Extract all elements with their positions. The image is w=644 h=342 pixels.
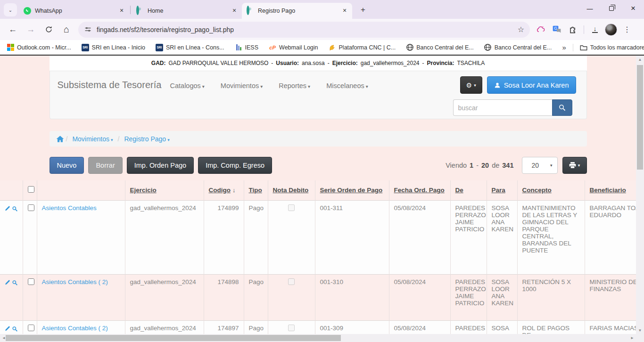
edit-pencil-icon[interactable]: [5, 325, 10, 332]
page-size-select[interactable]: 20 ▾: [522, 157, 558, 174]
bookmark-cnc[interactable]: Plataforma CNC | C...: [329, 44, 396, 51]
scroll-right-arrow[interactable]: ►: [628, 334, 636, 342]
view-magnifier-icon[interactable]: [12, 279, 18, 286]
sort-beneficiario[interactable]: Beneficiario: [590, 187, 626, 194]
row-actions-cell: [0, 320, 23, 334]
search-button[interactable]: [552, 99, 572, 116]
close-icon[interactable]: ×: [231, 7, 238, 15]
close-icon[interactable]: ×: [118, 7, 125, 15]
settings-dropdown-button[interactable]: ⚙▾: [460, 76, 482, 94]
breadcrumb-movimientos[interactable]: Movimientos▾: [72, 135, 113, 143]
menu-miscelaneos[interactable]: Miscelaneos▾: [326, 82, 368, 90]
profile-avatar[interactable]: [604, 23, 618, 37]
view-magnifier-icon[interactable]: [12, 205, 18, 212]
close-window-button[interactable]: ×: [622, 0, 644, 17]
extension-cloud-icon[interactable]: [534, 23, 548, 37]
all-bookmarks-button[interactable]: Todos los marcadores: [580, 44, 644, 51]
usuario-value: ana.sosa: [302, 60, 325, 66]
site-info-icon[interactable]: [84, 25, 92, 33]
site-header-bar: GAD: GAD PARROQUIAL VALLE HERMOSO - Usua…: [50, 56, 587, 71]
new-tab-button[interactable]: +: [357, 4, 369, 16]
tab-registro-pago[interactable]: Registro Pago ×: [242, 3, 352, 19]
back-button[interactable]: ←: [5, 22, 20, 37]
translate-icon[interactable]: G: [550, 23, 564, 37]
sort-de[interactable]: De: [455, 187, 463, 194]
tab-whatsapp[interactable]: WhatsApp ×: [19, 3, 129, 19]
vertical-scroll-thumb[interactable]: [637, 65, 643, 170]
sort-tipo[interactable]: Tipo: [249, 187, 262, 194]
scroll-down-arrow[interactable]: ▼: [636, 326, 644, 334]
bookmark-outlook[interactable]: Outlook.com - Micr...: [7, 44, 71, 51]
bookmark-banco-central-1[interactable]: Banco Central del E...: [406, 44, 474, 51]
gad-label: GAD:: [151, 60, 166, 66]
asientos-contables-link[interactable]: Asientos Contables ( 2): [42, 325, 108, 332]
fecha-cell: 05/08/2024: [389, 274, 450, 320]
imp-comp-egreso-button[interactable]: Imp. Comp. Egreso: [198, 157, 272, 174]
sort-nota-debito[interactable]: Nota Debito: [273, 187, 309, 194]
downloads-button[interactable]: ↓: [588, 23, 602, 37]
horizontal-scroll-thumb[interactable]: [6, 335, 341, 341]
nuevo-button[interactable]: Nuevo: [50, 157, 84, 174]
row-checkbox[interactable]: [28, 325, 34, 331]
codigo-cell: 174898: [204, 274, 244, 320]
url-bar[interactable]: fingads.net/sf2/tesoreria/registro_pago_…: [78, 22, 530, 38]
bookmark-sri-consultas[interactable]: SRI SRI en Línea - Cons...: [156, 44, 224, 51]
horizontal-scrollbar[interactable]: ◄ ►: [0, 334, 636, 342]
row-checkbox[interactable]: [28, 204, 34, 211]
browser-toolbar: ← → ⌂ fingads.net/sf2/tesoreria/registro…: [0, 19, 644, 40]
sort-codigo[interactable]: Codigo: [209, 187, 231, 194]
url-text[interactable]: fingads.net/sf2/tesoreria/registro_pago_…: [97, 26, 518, 33]
browser-menu-button[interactable]: ⋮: [620, 23, 634, 37]
home-icon[interactable]: [56, 135, 64, 143]
bookmarks-overflow-chevron[interactable]: »: [562, 43, 566, 51]
sort-para[interactable]: Para: [492, 187, 505, 194]
view-magnifier-icon[interactable]: [12, 325, 18, 333]
table-row: Asientos Contables ( 2) gad_vallehermos_…: [0, 320, 636, 334]
extensions-puzzle-icon[interactable]: [566, 23, 580, 37]
breadcrumb-registro-pago[interactable]: Registro Pago▾: [124, 135, 169, 143]
home-button[interactable]: ⌂: [59, 22, 74, 37]
tab-title: WhatsApp: [35, 8, 118, 14]
menu-reportes[interactable]: Reportes▾: [279, 82, 310, 90]
bookmark-star-icon[interactable]: ☆: [518, 25, 524, 34]
sort-concepto[interactable]: Concepto: [522, 187, 552, 194]
forward-button[interactable]: →: [23, 22, 38, 37]
close-icon[interactable]: ×: [341, 7, 348, 15]
tab-home[interactable]: Home ×: [132, 3, 242, 19]
imp-orden-pago-button[interactable]: Imp. Orden Pago: [127, 157, 194, 174]
folder-icon: [580, 44, 587, 51]
navbar-menus: Catalogos▾ Movimientos▾ Reportes▾ Miscel…: [170, 82, 384, 90]
bookmark-webmail[interactable]: cP Webmail Login: [269, 44, 318, 51]
asientos-contables-link[interactable]: Asientos Contables ( 2): [42, 278, 108, 285]
row-checkbox[interactable]: [28, 278, 34, 285]
reload-button[interactable]: [41, 22, 56, 37]
whatsapp-icon: [24, 7, 31, 15]
beneficiario-cell: FARIAS MACIAS: [585, 320, 636, 334]
serie-cell: 001-311: [315, 200, 389, 274]
print-dropdown-button[interactable]: ▾: [562, 157, 587, 174]
borrar-button[interactable]: Borrar: [88, 157, 122, 174]
vertical-scrollbar[interactable]: ▲ ▼: [636, 56, 644, 334]
row-name-cell: Asientos Contables ( 2): [37, 274, 125, 320]
tab-search-button[interactable]: ⌄: [4, 3, 17, 16]
para-cell: SOSA LOOR ANA KAREN: [487, 200, 517, 274]
de-cell: PAREDES PERRAZO JAIME PATRICIO: [450, 274, 487, 320]
bookmark-banco-central-2[interactable]: Banco Central del E...: [484, 44, 552, 51]
sort-ejercicio[interactable]: Ejercicio: [130, 187, 157, 194]
header-beneficiario: Beneficiario: [585, 180, 636, 200]
scroll-up-arrow[interactable]: ▲: [636, 56, 644, 63]
user-button[interactable]: Sosa Loor Ana Karen: [487, 76, 576, 94]
edit-pencil-icon[interactable]: [5, 279, 10, 286]
menu-movimientos[interactable]: Movimientos▾: [221, 82, 263, 90]
menu-catalogos[interactable]: Catalogos▾: [170, 82, 205, 90]
search-input[interactable]: [453, 99, 552, 116]
bookmark-sri-inicio[interactable]: SRI SRI en Línea - Inicio: [82, 44, 145, 51]
sort-serie[interactable]: Serie Orden de Pago: [320, 187, 383, 194]
edit-pencil-icon[interactable]: [5, 205, 10, 212]
restore-button[interactable]: [601, 0, 622, 17]
asientos-contables-link[interactable]: Asientos Contables: [42, 204, 97, 212]
minimize-button[interactable]: —: [579, 0, 601, 17]
sort-fecha[interactable]: Fecha Ord. Pago: [394, 187, 445, 194]
bookmark-iess[interactable]: IESS: [235, 44, 259, 51]
select-all-checkbox[interactable]: [28, 186, 34, 193]
